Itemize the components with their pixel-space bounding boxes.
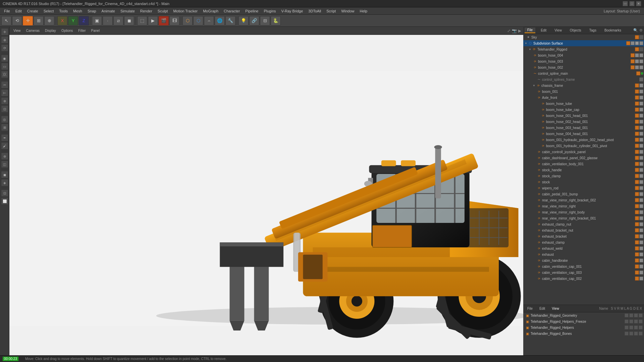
tree-item-control-spline-main[interactable]: 〜 control_spline_main bbox=[523, 70, 644, 76]
lt-rect-sel[interactable]: ▭ bbox=[1, 63, 8, 70]
tab-edit[interactable]: Edit bbox=[538, 28, 549, 33]
menu-3dtoall[interactable]: 3DToAll bbox=[306, 8, 324, 14]
sm-bones[interactable]: ▣ Telehandler_Rigged_Bones bbox=[523, 330, 644, 337]
tree-item-exhaust-bracket[interactable]: ⟳ exhaust_bracket bbox=[523, 233, 644, 239]
tb-x-btn[interactable]: X bbox=[57, 16, 67, 25]
tb-face-mode-btn[interactable]: ◼ bbox=[124, 16, 134, 25]
tb-scene-btn[interactable]: 🌐 bbox=[215, 16, 225, 25]
sm-tab-edit[interactable]: Edit bbox=[537, 306, 548, 311]
menu-simulate[interactable]: Simulate bbox=[118, 8, 138, 14]
tb-cube-btn[interactable]: ⬡ bbox=[182, 16, 193, 25]
lt-material[interactable]: ◈ bbox=[1, 179, 8, 186]
tree-item-boom-hose-002-head[interactable]: ⟳ boom_hose_002_head_001 bbox=[523, 119, 644, 125]
tree-item-boom-hose-003-head[interactable]: ⟳ boom_hose_003_head_001 bbox=[523, 125, 644, 131]
tb-rotate-btn[interactable]: ⟲ bbox=[12, 16, 22, 25]
tb-y-btn[interactable]: Y bbox=[68, 16, 78, 25]
menu-mesh[interactable]: Mesh bbox=[70, 8, 85, 14]
menu-animate[interactable]: Animate bbox=[99, 8, 118, 14]
vp-camera-icon[interactable]: 📷 bbox=[512, 28, 517, 33]
tb-point-mode-btn[interactable]: · bbox=[103, 16, 113, 25]
tree-item-control-splines-frame[interactable]: 〜 control_splines_frame bbox=[523, 76, 644, 82]
tb-select-btn[interactable]: ↖ bbox=[1, 16, 11, 25]
lt-move-tool[interactable]: ✛ bbox=[1, 28, 8, 36]
tree-item-exhaust-clamp[interactable]: ⟳ exhaust_clamp bbox=[523, 239, 644, 245]
tree-item-wipers[interactable]: ⟳ wipers_rod bbox=[523, 185, 644, 191]
tab-view[interactable]: View bbox=[552, 28, 565, 33]
tree-item-telehandler[interactable]: ▼ ⟳ Telehandler_Rigged bbox=[523, 46, 644, 52]
lt-texture[interactable]: ◼ bbox=[1, 171, 8, 178]
tree-item-exhaust-bracket-nut[interactable]: ⟳ exhaust_bracket_nut bbox=[523, 227, 644, 233]
lt-magnet[interactable]: ⊛ bbox=[1, 153, 8, 160]
maximize-btn[interactable]: □ bbox=[629, 1, 635, 6]
menu-file[interactable]: File bbox=[1, 8, 13, 14]
tb-render-view-btn[interactable]: ▶ bbox=[148, 16, 158, 25]
tab-tags[interactable]: Tags bbox=[587, 28, 599, 33]
tree-item-hydraulic-cylinder[interactable]: ⟳ boom_001_hydraulic_cylinder_001_pivot bbox=[523, 143, 644, 149]
lt-snapping[interactable]: ⊡ bbox=[1, 189, 8, 197]
tree-item-cabin-handbrake[interactable]: ⟳ cabin_handbrake bbox=[523, 257, 644, 263]
tb-scale-btn[interactable]: ⊞ bbox=[34, 16, 44, 25]
tb-python-btn[interactable]: 🐍 bbox=[271, 16, 281, 25]
menu-window[interactable]: Window bbox=[338, 8, 357, 14]
tb-z-btn[interactable]: Z bbox=[79, 16, 89, 25]
tb-render-queue-btn[interactable]: 🎞 bbox=[169, 16, 179, 25]
lt-weld[interactable]: ◎ bbox=[1, 116, 8, 123]
menu-plugins[interactable]: Plugins bbox=[261, 8, 278, 14]
menu-select[interactable]: Select bbox=[41, 8, 57, 14]
tb-link-btn[interactable]: 🔗 bbox=[249, 16, 259, 25]
tree-item-boom-hose-002[interactable]: ⟳ boom_hose_002 bbox=[523, 64, 644, 70]
tree-item-boom-hose-003[interactable]: ⟳ boom_hose_003 bbox=[523, 58, 644, 64]
tree-item-sky[interactable]: ☀ Sky bbox=[523, 34, 644, 40]
menu-create[interactable]: Create bbox=[24, 8, 41, 14]
tree-item-boom-001[interactable]: ⟳ boom_001 bbox=[523, 88, 644, 95]
tree-item-mirror-right[interactable]: ⟳ rear_view_mirror_right bbox=[523, 203, 644, 209]
menu-script[interactable]: Script bbox=[324, 8, 338, 14]
menu-mograph[interactable]: MoGraph bbox=[200, 8, 221, 14]
tb-render-btn[interactable]: 🎬 bbox=[159, 16, 169, 25]
vt-panel[interactable]: Panel bbox=[89, 28, 102, 33]
tb-spline-btn[interactable]: ⌢ bbox=[204, 16, 214, 25]
tree-item-subdivision[interactable]: ▼ ⬡ Subdivision Surface ⬡ bbox=[523, 40, 644, 46]
tb-nurbs-btn[interactable]: ⬡ bbox=[193, 16, 203, 25]
tree-item-mirror-bracket[interactable]: ⟳ rear_view_mirror_right_bracket_002 bbox=[523, 197, 644, 203]
sm-geometry[interactable]: ▣ Telehandler_Rigged_Geometry bbox=[523, 312, 644, 318]
tree-item-boom-hose-001-head[interactable]: ⟳ boom_hose_001_head_001 bbox=[523, 113, 644, 119]
lt-live-sel[interactable]: ◉ bbox=[1, 55, 8, 62]
sm-helpers-freeze[interactable]: ▣ Telehandler_Rigged_Helpers_Freeze bbox=[523, 318, 644, 324]
tb-edge-mode-btn[interactable]: ⧄ bbox=[113, 16, 123, 25]
tree-item-cabin-joystick[interactable]: ⟳ cabin_controll_joystick_panel bbox=[523, 149, 644, 155]
tree-item-cabin-vent[interactable]: ⟳ cabin_ventilation_body_001 bbox=[523, 161, 644, 167]
menu-pipeline[interactable]: Pipeline bbox=[243, 8, 261, 14]
tree-item-stock-clamp[interactable]: ⟳ stock_clamp bbox=[523, 173, 644, 179]
tb-deform-btn[interactable]: 🔧 bbox=[225, 16, 235, 25]
tree-item-mirror-body[interactable]: ⟳ rear_view_mirror_right_body bbox=[523, 209, 644, 215]
tab-file[interactable]: File bbox=[525, 27, 535, 33]
menu-character[interactable]: Character bbox=[221, 8, 243, 14]
vp-render-icon[interactable]: ▶ bbox=[518, 28, 521, 33]
vt-display[interactable]: Display bbox=[43, 28, 58, 33]
tree-item-cabin-dashboard[interactable]: ⟳ cabin_dashboard_panel_002_glassw bbox=[523, 155, 644, 161]
vt-filter[interactable]: Filter bbox=[76, 28, 88, 33]
sm-tab-file[interactable]: File bbox=[525, 306, 535, 311]
menu-help[interactable]: Help bbox=[357, 8, 370, 14]
lt-brush[interactable]: 🖌 bbox=[1, 142, 8, 149]
tree-item-mirror-bracket2[interactable]: ⟳ rear_view_mirror_right_bracket_001 bbox=[523, 215, 644, 221]
sm-tab-view[interactable]: View bbox=[549, 306, 562, 311]
viewport-3d[interactable] bbox=[9, 35, 523, 362]
close-btn[interactable]: ✕ bbox=[636, 1, 641, 6]
vt-view[interactable]: View bbox=[11, 28, 23, 33]
menu-edit[interactable]: Edit bbox=[13, 8, 24, 14]
tree-item-cabin-vent-cap-003[interactable]: ⟳ cabin_ventilation_cap_003 bbox=[523, 269, 644, 276]
tree-item-stock[interactable]: ⟳ stock bbox=[523, 179, 644, 185]
tree-item-exhaust[interactable]: ⟳ exhaust bbox=[523, 251, 644, 257]
tab-objects[interactable]: Objects bbox=[567, 28, 584, 33]
tb-render-region-btn[interactable]: ⬚ bbox=[137, 16, 147, 25]
tb-obj-mode-btn[interactable]: ▣ bbox=[92, 16, 102, 25]
tree-item-exhaust-clamp-nut[interactable]: ⟳ exhaust_clamp_nut bbox=[523, 221, 644, 227]
menu-sculpt[interactable]: Sculpt bbox=[155, 8, 171, 14]
tree-item-cabin-vent-cap-001[interactable]: ⟳ cabin_ventilation_cap_001 bbox=[523, 263, 644, 269]
vp-expand-icon[interactable]: ⤢ bbox=[507, 28, 511, 33]
lt-lasso-sel[interactable]: 〷 bbox=[1, 71, 8, 78]
tree-item-boom-hose-004-head[interactable]: ⟳ boom_hose_004_head_001 bbox=[523, 131, 644, 137]
minimize-btn[interactable]: — bbox=[623, 1, 628, 6]
